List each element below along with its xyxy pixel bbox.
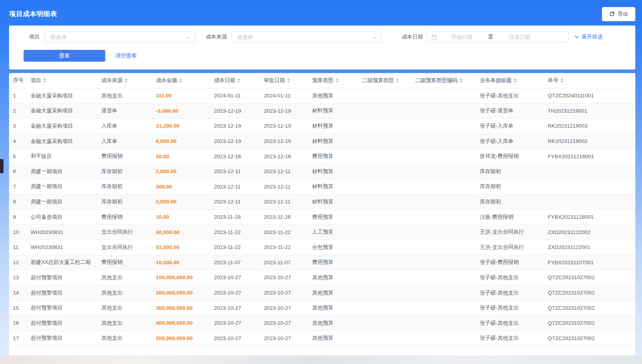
cell-source: 其他支出 [97, 92, 152, 99]
table-row[interactable]: 14超付预警项目其他支出200,000,000.002023-10-272023… [9, 285, 635, 301]
table-row[interactable]: 6房建一期项目库存期初2,000.002023-12-112023-12-11材… [9, 164, 635, 179]
cell-source: 入库单 [97, 138, 152, 145]
column-header-sub_budget_type[interactable]: 二级预算类型 [358, 77, 411, 84]
side-drawer-handle[interactable] [0, 159, 4, 173]
cost-source-select[interactable] [231, 31, 381, 43]
cell-cost_date: 2024-01-11 [210, 93, 260, 99]
sort-icon[interactable] [560, 78, 563, 83]
cell-no: 4 [9, 138, 27, 144]
cost-date-range[interactable]: 至 [427, 31, 569, 43]
cost-source-select-input[interactable] [232, 31, 381, 42]
cell-budget_type: 其他预算 [308, 92, 358, 99]
cell-amount: 2,000.00 [152, 168, 210, 174]
column-label: 单号 [548, 77, 558, 84]
cell-doc_no: TH20231219001 [544, 108, 635, 114]
cell-doc_no: RK20231219003 [544, 123, 635, 129]
cell-no: 12 [9, 260, 27, 265]
sort-icon[interactable] [43, 78, 46, 83]
column-header-approve_date[interactable]: 审批日期 [260, 77, 308, 84]
sort-icon[interactable] [459, 78, 463, 83]
cell-approve_date: 2023-11-22 [260, 244, 308, 250]
expand-filters-link[interactable]: 展开筛选 [574, 33, 603, 40]
table-row[interactable]: 2金融大厦采购项目退货单-3,000.002023-12-192023-12-1… [9, 104, 635, 119]
sort-icon[interactable] [124, 78, 128, 83]
cell-budget_type: 其他预算 [308, 335, 358, 342]
table-row[interactable]: 7房建一期项目库存期初300.002023-12-112023-12-11材料预… [9, 179, 635, 195]
cell-doc_no: FYBX20231107001 [544, 260, 635, 265]
column-header-doc_title[interactable]: 业务单据标题 [476, 77, 544, 84]
column-header-cost_date[interactable]: 成本日期 [210, 77, 260, 84]
column-label: 业务单据标题 [480, 77, 512, 84]
cell-doc_no: QTZC20231027002 [544, 305, 635, 311]
column-label: 二级预算类型 [362, 77, 394, 84]
clear-search-link[interactable]: 清空搜索 [115, 52, 137, 59]
export-button[interactable]: 导出 [602, 7, 635, 21]
cell-doc_title: 曾祥龙-费用报销 [476, 153, 544, 160]
export-icon [609, 11, 615, 17]
cell-budget_type: 费用预算 [308, 153, 358, 160]
table-row[interactable]: 3金融大厦采购项目入库单31,200.002023-12-192023-12-1… [9, 119, 635, 134]
cell-approve_date: 2023-11-22 [260, 229, 308, 235]
cell-budget_type: 费用预算 [308, 259, 358, 266]
search-button[interactable]: 搜索 [24, 50, 105, 62]
project-select[interactable] [45, 31, 195, 43]
sort-icon[interactable] [287, 78, 290, 83]
table-row[interactable]: 13超付预警项目其他支出100,000,000.002023-10-272023… [9, 270, 635, 285]
cell-amount: 10,000.00 [152, 260, 210, 265]
column-header-project[interactable]: 项目 [27, 77, 97, 84]
table-row[interactable]: 17超付预警项目其他支出500,000,000.002023-10-272023… [9, 331, 635, 346]
column-header-sub_budget_code[interactable]: 二级预算类型编码 [411, 77, 476, 84]
cell-source: 库存期初 [97, 183, 152, 190]
desktop-background [0, 355, 642, 364]
table-row[interactable]: 15超付预警项目其他支出300,000,000.002023-10-272023… [9, 300, 635, 316]
cell-cost_date: 2023-10-27 [210, 305, 260, 311]
column-header-no: 序号 [9, 77, 27, 84]
project-select-input[interactable] [45, 31, 195, 42]
start-date-input[interactable] [439, 34, 485, 40]
sort-icon[interactable] [237, 78, 240, 83]
cell-budget_type: 人工预算 [308, 229, 358, 236]
sort-icon[interactable] [396, 78, 399, 83]
sort-icon[interactable] [179, 78, 182, 83]
table-row[interactable]: 12新建XX总部大厦工程二期费用报销10,000.002023-11-07202… [9, 255, 635, 271]
cell-no: 13 [9, 274, 27, 280]
column-header-budget_type[interactable]: 预算类型 [308, 77, 358, 84]
cell-source: 退货单 [97, 107, 152, 114]
cell-amount: 400,000,000.00 [152, 320, 210, 326]
column-header-source[interactable]: 成本来源 [97, 77, 152, 84]
sort-icon[interactable] [514, 78, 517, 83]
sort-icon[interactable] [335, 78, 338, 83]
table-row[interactable]: 8房建一期项目库存期初5,000.002023-12-112023-12-11材… [9, 194, 635, 210]
cell-budget_type: 材料预算 [308, 138, 358, 145]
cell-cost_date: 2023-11-07 [210, 260, 260, 265]
cell-approve_date: 2023-12-19 [260, 123, 308, 129]
date-range-separator: 至 [485, 33, 497, 40]
cell-doc_title: 张子硕-退货单 [476, 107, 544, 114]
cell-amount: 50.00 [152, 154, 210, 159]
column-header-doc_no[interactable]: 单号 [544, 77, 635, 84]
cell-doc_title: 张子硕-其他支出 [476, 274, 544, 281]
table-row[interactable]: 4金融大厦采购项目入库单6,000.002023-12-192023-12-19… [9, 134, 635, 149]
column-header-amount[interactable]: 成本金额 [152, 77, 210, 84]
cell-amount: 300.00 [152, 184, 210, 190]
cell-amount: 111.00 [152, 93, 210, 99]
end-date-input[interactable] [497, 34, 543, 40]
cell-cost_date: 2023-12-19 [210, 138, 260, 144]
cell-approve_date: 2023-12-11 [260, 168, 308, 174]
column-label: 预算类型 [312, 77, 333, 84]
cell-source: 费用报销 [97, 153, 152, 160]
cell-source: 其他支出 [97, 320, 152, 327]
cell-approve_date: 2023-10-27 [260, 290, 308, 296]
cell-doc_title: 库存期初 [476, 183, 544, 190]
table-row[interactable]: 16超付预警项目其他支出400,000,000.002023-10-272023… [9, 316, 635, 331]
table-row[interactable]: 9公司备选项目费用报销10.002023-11-282023-11-28费用预算… [9, 210, 635, 225]
cell-cost_date: 2023-12-16 [210, 154, 260, 159]
cell-project: 超付预警项目 [27, 274, 97, 281]
table-row[interactable]: 1金融大厦采购项目其他支出111.002024-01-112024-01-11其… [9, 88, 635, 104]
cell-budget_type: 材料预算 [308, 183, 358, 190]
table-row[interactable]: 11WH20230831支出合同执行51,500.002023-11-22202… [9, 240, 635, 255]
table-row[interactable]: 10WH20230831支出合同执行40,000.002023-11-22202… [9, 225, 635, 240]
cell-source: 其他支出 [97, 304, 152, 311]
cell-source: 其他支出 [97, 335, 152, 342]
table-row[interactable]: 5和平饭店费用报销50.002023-12-162023-12-16费用预算曾祥… [9, 149, 635, 164]
